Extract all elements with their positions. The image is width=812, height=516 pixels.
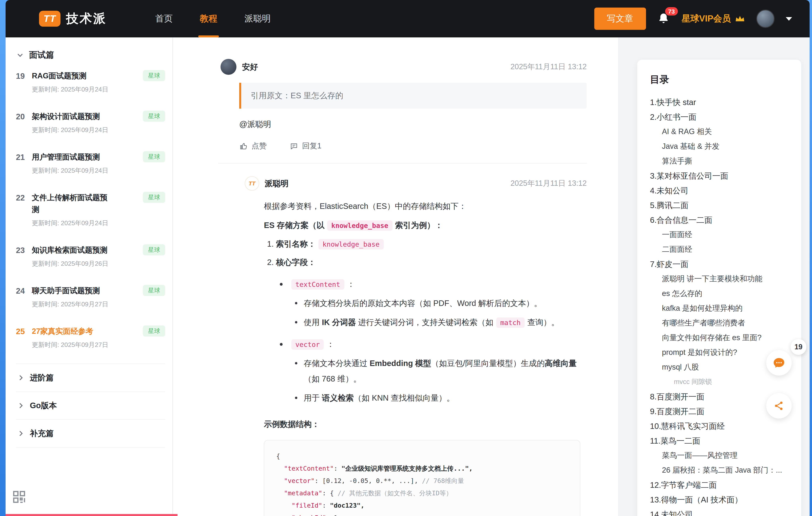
sidebar-lesson-item[interactable]: 24 聊天助手面试题预测 星球 更新时间: 2025年09月27日 <box>16 285 165 309</box>
ordered-item-2: 2. 核心字段： <box>267 254 587 270</box>
toc-item-label: 二面面经 <box>662 245 692 253</box>
reply-button[interactable]: 回复1 <box>290 141 321 151</box>
commenter-name: 安好 <box>242 61 258 72</box>
reply-body: 根据参考资料，ElasticSearch（ES）中的存储结构如下： ES 存储方… <box>264 199 587 516</box>
toc-item[interactable]: 6.合合信息一二面 <box>650 212 788 227</box>
toc-item-label: 13.得物一面（AI 技术面） <box>650 495 743 504</box>
toc-item[interactable]: 一面面经 <box>650 227 788 242</box>
sidebar-lesson-item[interactable]: 22 文件上传解析面试题预测 星球 更新时间: 2025年09月24日 <box>16 192 165 227</box>
share-icon <box>774 400 785 412</box>
toc-item[interactable]: 派聪明 讲一下主要模块和功能 <box>650 271 788 286</box>
sidebar-collapsed-section[interactable]: 进阶篇 <box>16 364 165 392</box>
toc-item[interactable]: 5.腾讯二面 <box>650 198 788 212</box>
toc-item-label: 4.未知公司 <box>650 186 688 195</box>
toc-item-label: 向量文件如何存储在 es 里面? <box>662 333 761 341</box>
sidebar-lesson-item[interactable]: 25 27家真实面经参考 星球 更新时间: 2025年09月27日 <box>16 326 165 349</box>
sidebar-lesson-item[interactable]: 20 架构设计面试题预测 星球 更新时间: 2025年09月24日 <box>16 111 165 134</box>
toc-item[interactable]: es 怎么存的 <box>650 286 788 301</box>
list-number: 2. <box>267 258 274 267</box>
sidebar-lesson-item[interactable]: 23 知识库检索面试题预测 星球 更新时间: 2025年09月26日 <box>16 244 165 268</box>
toc-item-label: prompt 是如何设计的? <box>662 348 737 356</box>
sidebar-section-title: 面试篇 <box>29 49 54 60</box>
text: 查询）。 <box>527 318 559 327</box>
sidebar-collapsed-section[interactable]: 补充篇 <box>16 420 165 448</box>
comments-fab[interactable] <box>766 350 792 375</box>
comments-panel: 安好 2025年11月11日 13:12 引用原文：ES 里怎么存的 @派聪明 … <box>173 37 618 516</box>
toc-item[interactable]: 7.虾皮一面 <box>650 256 788 271</box>
crown-icon <box>735 15 745 22</box>
comment-block: 安好 2025年11月11日 13:12 引用原文：ES 里怎么存的 @派聪明 … <box>173 37 618 151</box>
like-button[interactable]: 点赞 <box>239 141 267 151</box>
toc-item[interactable]: Java 基础 & 并发 <box>650 139 788 154</box>
code-line: "chunkId": 1 <box>276 511 568 516</box>
toc-item[interactable]: 菜鸟一面——风控管理 <box>650 448 788 463</box>
toc-item[interactable]: 26 届秋招：菜鸟二面 Java 部门：... <box>650 463 788 477</box>
field-vector: vector： <box>264 336 587 352</box>
toc-item[interactable]: 3.某对标亚信公司一面 <box>650 168 788 183</box>
toc-item[interactable]: 11.菜鸟一二面 <box>650 433 788 448</box>
code-line: { <box>276 450 568 462</box>
chevron-down-icon[interactable] <box>786 17 792 21</box>
lesson-title: RAG面试题预测 <box>32 70 86 82</box>
nav-item[interactable]: 教程 <box>186 0 231 37</box>
sidebar-lesson-item[interactable]: 19 RAG面试题预测 星球 更新时间: 2025年09月24日 <box>16 70 165 94</box>
commenter-avatar[interactable] <box>221 59 236 75</box>
toc-item[interactable]: 二面面经 <box>650 242 788 256</box>
nav-item[interactable]: 派聪明 <box>231 0 284 37</box>
user-avatar[interactable] <box>756 9 775 28</box>
toc-item-label: 派聪明 讲一下主要模块和功能 <box>662 274 762 283</box>
nav-item-label: 派聪明 <box>244 13 271 25</box>
write-article-button[interactable]: 写文章 <box>594 7 646 30</box>
sidebar-item-list: 19 RAG面试题预测 星球 更新时间: 2025年09月24日 20 架构设计… <box>16 70 165 349</box>
chat-bubble-icon <box>773 357 785 369</box>
toc-item-label: 3.某对标亚信公司一面 <box>650 171 728 180</box>
mention-link[interactable]: @派聪明 <box>239 119 587 130</box>
qr-scan-button[interactable] <box>12 490 26 506</box>
sidebar-collapsed-section[interactable]: Go版本 <box>16 392 165 420</box>
toc-title: 目录 <box>650 73 788 86</box>
toc-item[interactable]: 12.字节客户端二面 <box>650 477 788 492</box>
toc-item-label: 算法手撕 <box>662 156 692 165</box>
lesson-updated-time: 更新时间: 2025年09月26日 <box>32 260 165 268</box>
desktop-stage: TT 技术派 首页 教程 派聪明 写 <box>0 0 812 516</box>
nav-item[interactable]: 首页 <box>142 0 186 37</box>
notifications-button[interactable]: 73 <box>657 12 670 26</box>
toc-list: 1.快手快 star 2.小红书一面 AI & RAG 相关 Java 基础 &… <box>650 95 788 516</box>
inline-code: textContent <box>291 279 344 290</box>
toc-item[interactable]: 2.小红书一面 <box>650 110 788 124</box>
lesson-updated-time: 更新时间: 2025年09月24日 <box>32 219 165 227</box>
toc-item-label: 一面面经 <box>662 230 692 239</box>
sidebar-lesson-item[interactable]: 21 用户管理面试题预测 星球 更新时间: 2025年09月24日 <box>16 151 165 175</box>
lesson-row: 21 用户管理面试题预测 星球 <box>16 151 165 163</box>
lesson-updated-time: 更新时间: 2025年09月24日 <box>32 167 165 175</box>
ordered-item-1: 1. 索引名称：knowledge_base <box>267 236 587 252</box>
toc-item[interactable]: mvcc 间隙锁 <box>650 374 788 389</box>
star-badge: 星球 <box>143 70 165 81</box>
toc-item[interactable]: 14.未知公司 <box>650 507 788 516</box>
code-line: "textContent": "企业级知识库管理系统支持多文档上传...", <box>276 462 568 475</box>
toc-item[interactable]: 4.未知公司 <box>650 183 788 198</box>
nav-item-label: 首页 <box>155 13 173 25</box>
toc-item[interactable]: 有哪些生产者哪些消费者 <box>650 315 788 330</box>
example-heading: 示例数据结构： <box>264 417 587 432</box>
toc-item[interactable]: kafka 是如何处理异构的 <box>650 301 788 315</box>
toc-item-label: Java 基础 & 并发 <box>662 142 720 150</box>
site-logo[interactable]: TT 技术派 <box>39 10 107 27</box>
toc-item-label: 9.百度测开二面 <box>650 407 704 416</box>
toc-item-label: kafka 是如何处理异构的 <box>662 304 743 312</box>
share-fab[interactable] <box>766 393 792 419</box>
nav-item-label: 教程 <box>200 13 217 25</box>
collapsed-section-title: Go版本 <box>30 400 57 411</box>
bot-avatar[interactable]: TT <box>245 176 259 190</box>
sidebar-section-interview[interactable]: 面试篇 <box>16 37 165 70</box>
vip-membership-link[interactable]: 星球VIP会员 <box>682 13 745 25</box>
toc-item[interactable]: 1.快手快 star <box>650 95 788 110</box>
toc-item[interactable]: 13.得物一面（AI 技术面） <box>650 492 788 507</box>
toc-item[interactable]: 向量文件如何存储在 es 里面? <box>650 330 788 345</box>
primary-nav: 首页 教程 派聪明 <box>142 0 284 37</box>
toc-item[interactable]: 算法手撕 <box>650 154 788 168</box>
toc-item[interactable]: 10.慧科讯飞实习面经 <box>650 419 788 433</box>
toc-item[interactable]: AI & RAG 相关 <box>650 124 788 139</box>
code-line: "vector": [0.12, -0.05, 0.**, ...], // 7… <box>276 475 568 487</box>
toc-item-label: 12.字节客户端二面 <box>650 480 717 489</box>
